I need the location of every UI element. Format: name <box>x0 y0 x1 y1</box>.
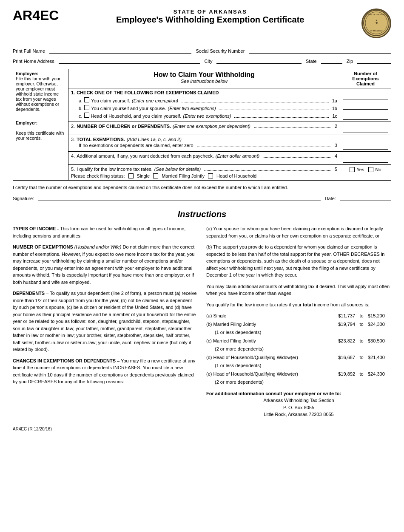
exemptions-header-cell: Number of Exemptions Claimed <box>340 69 391 88</box>
number-of-exemptions-section: NUMBER OF EXEMPTIONS (Husband and/or Wif… <box>13 243 198 286</box>
employee-employer-col: Employee: File this form with your emplo… <box>13 69 68 181</box>
income-row-b-sub: (1 or less dependents) <box>215 329 391 336</box>
name-label: Print Full Name <box>13 48 45 54</box>
item2-linenum: 2 <box>335 124 337 129</box>
income-high-b: $24,300 <box>368 321 391 328</box>
exemptions-inst-text: Do not claim more than the correct numbe… <box>13 244 194 285</box>
item4-exemption-col <box>340 152 391 165</box>
changes-header: CHANGES IN EXEMPTIONS OR DEPENDENTS <box>13 358 116 363</box>
address-input[interactable] <box>59 57 200 64</box>
item4-num: 4. <box>71 153 75 158</box>
item1-exemption-col <box>340 88 391 122</box>
item4-dots <box>263 157 331 158</box>
exemptions-inst-italic: (Husband and/or Wife) <box>74 244 122 249</box>
ssn-input[interactable] <box>249 47 391 54</box>
item2-row: 2. NUMBER OF CHILDREN or DEPENDENTS. (En… <box>13 122 391 135</box>
income-high-a: $15,200 <box>368 312 391 320</box>
item1b-checkbox[interactable] <box>84 105 89 110</box>
item2-dots <box>254 127 331 128</box>
item3-linenum: 3 <box>335 143 337 148</box>
yes-checkbox[interactable] <box>350 167 355 172</box>
item5-num: 5. <box>71 167 75 172</box>
form-title: Employee's Withholding Exemption Certifi… <box>67 15 353 25</box>
item2-text: NUMBER OF CHILDREN or DEPENDENTS. <box>77 124 171 129</box>
item1a-exemption-input[interactable] <box>343 90 388 99</box>
city-label: City <box>204 59 212 64</box>
item4-text: Additional amount, if any, you want dedu… <box>77 153 214 158</box>
name-input[interactable] <box>49 47 192 54</box>
filing-status-row: Please check filing status: Single Marri… <box>71 173 337 178</box>
item2-num: 2. <box>71 124 75 129</box>
item3-sub-row: If no exemptions or dependents are claim… <box>71 143 337 148</box>
qualify-section: You qualify for the low income tax rates… <box>206 301 391 308</box>
item5-row: 5. I qualify for the low income tax rate… <box>13 165 391 181</box>
item4-row: 4. Additional amount, if any, you want d… <box>13 152 391 165</box>
item3-exemption-col <box>340 135 391 152</box>
item3-exemption-input[interactable] <box>343 137 388 150</box>
header: AR4EC STATE OF ARKANSAS Employee's Withh… <box>13 8 391 38</box>
signature-input[interactable] <box>38 194 321 201</box>
instructions-right-col: (a) Your spouse for whom you have been c… <box>206 225 391 418</box>
item1a-row: a. You claim yourself. (Enter one exempt… <box>79 97 337 103</box>
income-label-c: (c) Married Filing Jointly <box>206 337 330 345</box>
additional-withholding-text: You may claim additional amounts of with… <box>206 284 390 296</box>
item1c-exemption-input[interactable] <box>343 110 388 120</box>
item5-linenum: 5 <box>335 167 337 172</box>
no-item: No <box>368 167 381 172</box>
item4-italic: (Enter dollar amount) <box>216 153 259 158</box>
filing-status-label: Please check filing status: <box>71 173 125 178</box>
item1a-checkbox[interactable] <box>84 97 89 102</box>
income-label-d: (d) Head of Household/Qualifying Widow(e… <box>206 354 330 361</box>
svg-text:⚜: ⚜ <box>375 21 378 25</box>
state-input[interactable] <box>321 57 342 64</box>
item3-row: 3. TOTAL EXEMPTIONS. (Add Lines 1a, b, c… <box>13 135 391 152</box>
income-label-e: (e) Head of Household/Qualifying Widow(e… <box>206 371 330 378</box>
item3-top: 3. TOTAL EXEMPTIONS. (Add Lines 1a, b, c… <box>71 137 337 142</box>
item1c-label: c. <box>79 113 83 119</box>
income-row-d-sub: (1 or less dependents) <box>215 362 391 369</box>
item1b-linenum: 1b <box>332 106 337 111</box>
date-input[interactable] <box>340 194 391 201</box>
contact-section: For additional information consult your … <box>206 390 391 418</box>
income-from-a: $11,737 <box>332 312 355 320</box>
item1a-italic: (Enter one exemption) <box>132 98 178 103</box>
item3-num: 3. <box>71 137 75 142</box>
zip-input[interactable] <box>357 57 391 64</box>
item1b-exemption-input[interactable] <box>343 100 388 110</box>
item2-content: 2. NUMBER OF CHILDREN or DEPENDENTS. (En… <box>71 124 337 129</box>
no-label: No <box>375 167 381 172</box>
item5-yes-no-col: Yes No <box>340 165 391 181</box>
signature-label: Signature: <box>13 196 34 201</box>
income-to-b: to <box>357 321 366 328</box>
married-jointly-checkbox[interactable] <box>153 173 158 178</box>
income-row-a: (a) Single $11,737 to $15,200 <box>206 312 391 320</box>
head-of-household-checkbox[interactable] <box>208 173 213 178</box>
income-table: (a) Single $11,737 to $15,200 (b) Marrie… <box>206 312 391 386</box>
address-label: Print Home Address <box>13 59 54 64</box>
employee-header: Employee: <box>16 71 38 76</box>
right-col-a-text: (a) Your spouse for whom you have been c… <box>206 226 383 238</box>
name-ssn-row: Print Full Name Social Security Number <box>13 47 391 54</box>
income-label-a: (a) Single <box>206 312 330 320</box>
item3-italic: (Add Lines 1a, b, c, and 2) <box>127 137 182 142</box>
dependents-header: DEPENDENTS <box>13 291 45 296</box>
income-from-d: $16,687 <box>332 354 355 361</box>
single-checkbox[interactable] <box>128 173 134 178</box>
item1c-text: Head of Household, and you claim yoursel… <box>91 113 182 119</box>
exemptions-inst-header: NUMBER OF EXEMPTIONS <box>13 244 73 249</box>
city-input[interactable] <box>216 57 302 64</box>
item5-content: 5. I qualify for the low income tax rate… <box>71 167 337 172</box>
signature-line: Signature: Date: <box>13 194 391 201</box>
item2-exemption-input[interactable] <box>343 124 388 133</box>
no-checkbox[interactable] <box>368 167 373 172</box>
item1c-checkbox[interactable] <box>84 113 89 118</box>
additional-withholding-section: You may claim additional amounts of with… <box>206 283 391 297</box>
instructions-columns: TYPES OF INCOME - This form can be used … <box>13 225 391 418</box>
form-id: AR4EC <box>13 8 59 22</box>
item4-amount-input[interactable] <box>343 153 388 163</box>
item5-text: I qualify for the low income tax rates. <box>77 167 153 172</box>
item1b-italic: (Enter two exemptions) <box>168 106 216 111</box>
income-from-c: $23,822 <box>332 337 355 345</box>
income-to-e: to <box>357 371 366 378</box>
item1b-dots <box>219 110 329 110</box>
